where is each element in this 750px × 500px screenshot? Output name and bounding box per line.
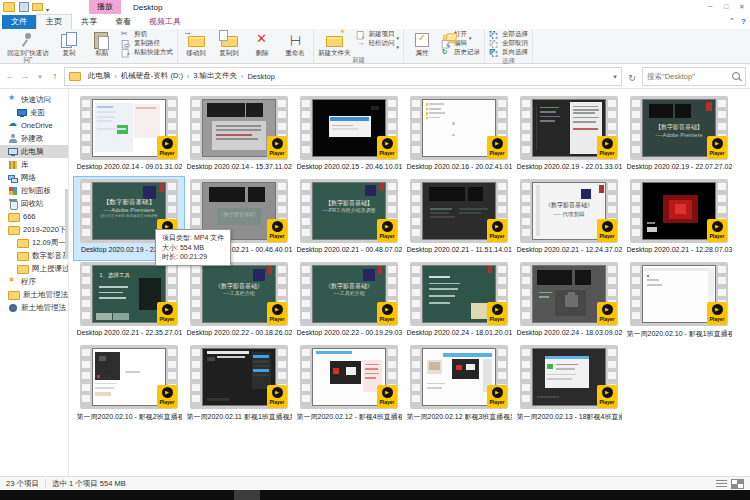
breadcrumb-segment[interactable]: 此电脑 (85, 71, 114, 81)
file-name: Desktop 2020.02.22 - 00.18.26.02 (187, 329, 292, 336)
file-item[interactable]: ▶ Player Desktop 2020.02.19 - 22.01.33.0… (514, 94, 624, 177)
sidebar-item[interactable]: 666 (0, 210, 68, 223)
up-icon[interactable] (49, 71, 61, 81)
sidebar-item[interactable]: 库 (0, 158, 68, 171)
rename-button[interactable]: 重命名 (279, 30, 311, 56)
file-item[interactable]: ▶ Player Desktop 2020.02.21 - 12.28.07.0… (624, 177, 734, 260)
breadcrumb[interactable]: 此电脑›机械硬盘-资料 (D:)›3.输出文件夹›Desktop (64, 67, 622, 86)
qat-properties-icon[interactable] (19, 2, 29, 12)
file-item[interactable]: 《数字影音基础》---- 代理剪辑 ▶ Player Desktop 2020.… (514, 177, 624, 260)
sidebar-item[interactable]: 回收站 (0, 197, 68, 210)
file-item[interactable]: ▶ Player Desktop 2020.02.24 - 18.03.09.0… (514, 260, 624, 343)
player-badge-label: Player (599, 233, 614, 239)
sidebar-item[interactable]: 2019-2020下学期课 (0, 223, 68, 236)
video-thumbnail: ▶ Player (80, 345, 178, 409)
sidebar-scrollbar[interactable] (65, 189, 68, 259)
help-icon[interactable] (741, 10, 746, 28)
button-label: 复制到 (219, 49, 239, 56)
file-item[interactable]: ▶ Player 第一周2020.02.12 影视3班直播视频上 (404, 343, 514, 426)
play-icon: ▶ (492, 138, 503, 149)
sidebar-item-label: OneDrive (21, 121, 53, 130)
sidebar-item[interactable]: 孙建政 (0, 132, 68, 145)
status-bar: 23 个项目 选中 1 个项目 554 MB (0, 476, 750, 490)
breadcrumb-segment[interactable]: Desktop (244, 72, 278, 81)
file-item[interactable]: ▶ Player 第一周2020.02.12 - 影视4班直播视频全 (294, 343, 404, 426)
thumbnail-view-icon[interactable] (731, 479, 744, 489)
search-box[interactable] (642, 67, 746, 86)
cut-button[interactable]: 剪切 (119, 30, 175, 39)
file-name: 第一周2020.02.12 影视3班直播视频上 (407, 412, 512, 422)
minimize-icon[interactable]: ─ (702, 0, 718, 14)
copy-path-button[interactable]: 复制路径 (119, 39, 175, 48)
ribbon-tab[interactable]: 共享 (72, 15, 106, 29)
sidebar-item-label: 12.09周一交 (32, 238, 68, 248)
sidebar-item[interactable]: 新土地管理法 (0, 288, 68, 301)
recent-locations-chevron-icon[interactable] (34, 71, 46, 81)
button-label: 复制 (63, 49, 76, 56)
sidebar-item[interactable]: 网上授课过程存留 (0, 262, 68, 275)
easy-access-button[interactable]: 轻松访问 (354, 39, 402, 48)
sidebar-item[interactable]: 此电脑 (0, 145, 68, 158)
sidebar-item[interactable]: 新土地管理法 (2) (0, 301, 68, 314)
sidebar-item[interactable]: 程序 (0, 275, 68, 288)
refresh-icon[interactable] (625, 67, 639, 85)
video-thumbnail: 【数字影音基础】----PR工作区介绍及调整 ▶ Player (300, 179, 398, 243)
file-item[interactable]: 《数字影音基础》----工具栏介绍 ▶ Player Desktop 2020.… (294, 260, 404, 343)
breadcrumb-segment[interactable]: 机械硬盘-资料 (D:) (118, 71, 186, 81)
details-view-icon[interactable] (716, 480, 727, 488)
play-icon: ▶ (162, 138, 173, 149)
file-name: 第一周2020.02.11 影视1班直播视频下 (187, 412, 292, 422)
file-item[interactable]: ▶ Player Desktop 2020.02.21 - 11.51.14.0… (404, 177, 514, 260)
pin-button[interactable]: 固定到"快速访问" (4, 30, 52, 63)
file-item[interactable]: 【数字影音基础】----Adobe Premiere ▶ Player Desk… (624, 94, 734, 177)
copy-button[interactable]: 复制 (53, 30, 85, 56)
file-item[interactable]: ▶ Player Desktop 2020.02.24 - 18.01.20.0… (404, 260, 514, 343)
paste-button[interactable]: 粘贴 (86, 30, 118, 56)
paste-shortcut-button[interactable]: 粘贴快捷方式 (119, 48, 175, 57)
tab-file[interactable]: 文件 (2, 15, 36, 29)
player-badge-label: Player (159, 150, 174, 156)
file-item[interactable]: ▶ Player Desktop 2020.02.14 - 09.01.31.0… (74, 94, 184, 177)
sidebar-item[interactable]: 12.09周一交 (0, 236, 68, 249)
history-button[interactable]: 历史记录 (439, 48, 482, 57)
file-item[interactable]: ▶ Player 第一周2020.02.11 影视1班直播视频下 (184, 343, 294, 426)
search-input[interactable] (643, 72, 732, 81)
select-all-button[interactable]: 全部选择 (487, 30, 530, 39)
forward-icon[interactable] (19, 71, 31, 81)
player-badge-label: Player (599, 399, 614, 405)
sidebar-item[interactable]: 控制面板 (0, 184, 68, 197)
play-icon: ▶ (272, 387, 283, 398)
invert-selection-button[interactable]: 反向选择 (487, 48, 530, 57)
breadcrumb-segment[interactable]: 3.输出文件夹 (190, 71, 240, 81)
play-icon: ▶ (272, 221, 283, 232)
file-item[interactable]: ▶ Player Desktop 2020.02.16 - 20.02.41.0… (404, 94, 514, 177)
ribbon-collapse-icon[interactable] (728, 10, 735, 28)
file-item[interactable]: ▶ Player Desktop 2020.02.15 - 20.46.10.0… (294, 94, 404, 177)
file-item[interactable]: ▶ Player 第一周2020.02.10 - 影视2班直播视频全 (74, 343, 184, 426)
file-item[interactable]: 《数字影音基础》----工具栏介绍 ▶ Player Desktop 2020.… (184, 260, 294, 343)
select-none-button[interactable]: 全部取消 (487, 39, 530, 48)
video-tools-context-badge: 播放 (89, 0, 121, 14)
file-item[interactable]: ▶ Player 第一周2020.02.13 - 18影视4班直播视频全 (514, 343, 624, 426)
address-dropdown-icon[interactable] (609, 72, 621, 81)
file-name: 第一周2020.02.12 - 影视4班直播视频全 (297, 412, 402, 422)
file-item[interactable]: ▶ Player Desktop 2020.02.14 - 15.37.11.0… (184, 94, 294, 177)
sidebar-item[interactable]: 网络 (0, 171, 68, 184)
ribbon-tab[interactable]: 查看 (106, 15, 140, 29)
player-badge: ▶ Player (487, 385, 507, 408)
back-icon[interactable] (4, 71, 16, 81)
ribbon-tab[interactable]: 主页 (36, 14, 72, 29)
thumbnail-frame (532, 348, 606, 406)
open-button[interactable]: 打开 (439, 30, 482, 39)
new-folder-button[interactable]: 新建文件夹 (316, 30, 353, 56)
file-item[interactable]: ▶ Player 第一周2020.02.10 - 影视1班直播视频上 (624, 260, 734, 343)
sidebar-item[interactable]: OneDrive (0, 119, 68, 132)
file-item[interactable]: 【数字影音基础】----PR工作区介绍及调整 ▶ Player Desktop … (294, 177, 404, 260)
thumbnail-frame (422, 348, 496, 406)
star-blue-icon (8, 95, 18, 105)
file-item[interactable]: 1、选择工具 ▶ Player Desktop 2020.02.21 - 22.… (74, 260, 184, 343)
qat-new-folder-icon[interactable] (32, 3, 43, 11)
sidebar-item[interactable]: 数字影音基础相关 (0, 249, 68, 262)
sidebar-item[interactable]: 快速访问 (0, 93, 68, 106)
new-item-icon (356, 31, 364, 38)
